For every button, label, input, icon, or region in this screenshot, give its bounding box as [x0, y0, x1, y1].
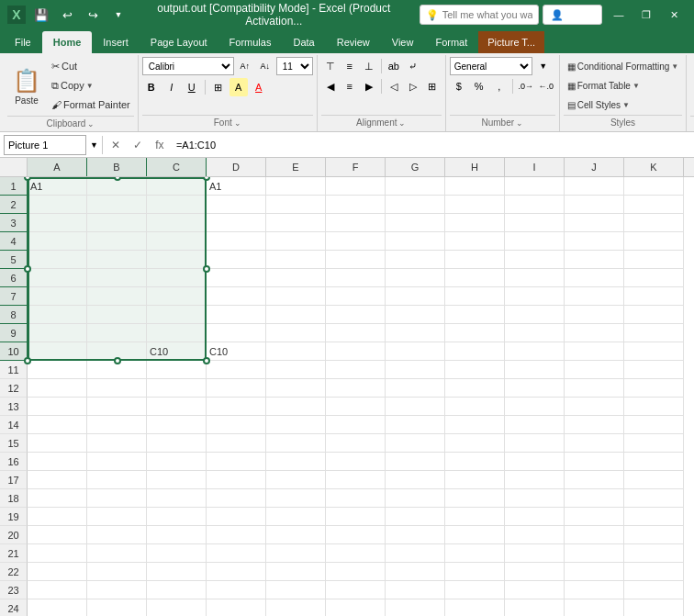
cell-I11[interactable]	[505, 361, 565, 379]
tab-format[interactable]: Format	[424, 31, 478, 53]
cell-D1[interactable]: A1	[207, 177, 266, 196]
tab-picture-tools[interactable]: Picture T...	[478, 31, 544, 53]
cell-A18[interactable]	[28, 489, 87, 508]
cell-K12[interactable]	[624, 379, 684, 398]
cell-G1[interactable]	[386, 177, 445, 196]
copy-dropdown[interactable]: ▼	[86, 82, 94, 90]
cell-D5[interactable]	[207, 251, 266, 269]
cell-J3[interactable]	[565, 214, 624, 232]
cell-D21[interactable]	[207, 544, 266, 563]
cell-I14[interactable]	[505, 416, 565, 434]
cell-K20[interactable]	[624, 526, 684, 544]
cell-D13[interactable]	[207, 398, 266, 416]
cs-dropdown-icon[interactable]: ▼	[622, 101, 630, 109]
cell-D3[interactable]	[207, 214, 266, 232]
col-header-h[interactable]: H	[445, 158, 505, 176]
restore-btn[interactable]: ❐	[633, 6, 659, 24]
cell-H24[interactable]	[445, 599, 505, 616]
cell-E11[interactable]	[266, 361, 326, 379]
cell-D24[interactable]	[207, 599, 266, 616]
cell-D4[interactable]	[207, 232, 266, 251]
font-expand-icon[interactable]: ⌄	[234, 118, 241, 128]
cell-J9[interactable]	[565, 324, 624, 342]
cell-E7[interactable]	[266, 287, 326, 306]
cell-H5[interactable]	[445, 251, 505, 269]
cell-E12[interactable]	[266, 379, 326, 398]
underline-btn[interactable]: U	[183, 78, 201, 96]
cell-B18[interactable]	[87, 489, 147, 508]
cell-H8[interactable]	[445, 306, 505, 324]
cell-F18[interactable]	[326, 489, 386, 508]
cell-E22[interactable]	[266, 563, 326, 581]
font-color-btn[interactable]: A	[250, 78, 268, 96]
cell-F24[interactable]	[326, 599, 386, 616]
cell-I16[interactable]	[505, 453, 565, 471]
cell-F14[interactable]	[326, 416, 386, 434]
cell-B24[interactable]	[87, 599, 147, 616]
insert-function-btn[interactable]: fx	[151, 136, 169, 154]
cell-C9[interactable]	[147, 324, 207, 342]
ft-dropdown-icon[interactable]: ▼	[632, 82, 640, 90]
col-header-a[interactable]: A	[28, 158, 87, 176]
cell-H20[interactable]	[445, 526, 505, 544]
cell-I5[interactable]	[505, 251, 565, 269]
cells-btn[interactable]: ⬜ Cells	[690, 57, 694, 116]
cell-D17[interactable]	[207, 471, 266, 489]
cell-H7[interactable]	[445, 287, 505, 306]
cell-J7[interactable]	[565, 287, 624, 306]
cell-C17[interactable]	[147, 471, 207, 489]
cell-H10[interactable]	[445, 342, 505, 361]
row-header-20[interactable]: 20	[0, 526, 28, 544]
number-format-select[interactable]: General	[450, 57, 532, 75]
row-header-22[interactable]: 22	[0, 563, 28, 581]
tab-data[interactable]: Data	[282, 31, 325, 53]
cell-A7[interactable]	[28, 287, 87, 306]
cell-D6[interactable]	[207, 269, 266, 287]
cell-G14[interactable]	[386, 416, 445, 434]
cell-K14[interactable]	[624, 416, 684, 434]
cell-B3[interactable]	[87, 214, 147, 232]
cell-H9[interactable]	[445, 324, 505, 342]
col-header-b[interactable]: B	[87, 158, 147, 176]
cell-D20[interactable]	[207, 526, 266, 544]
cell-B7[interactable]	[87, 287, 147, 306]
tab-review[interactable]: Review	[326, 31, 381, 53]
cell-B6[interactable]	[87, 269, 147, 287]
tab-file[interactable]: File	[4, 31, 42, 53]
cell-C19[interactable]	[147, 508, 207, 526]
cell-B22[interactable]	[87, 563, 147, 581]
cell-D10[interactable]: C10	[207, 342, 266, 361]
cell-J4[interactable]	[565, 232, 624, 251]
row-header-21[interactable]: 21	[0, 544, 28, 563]
cell-F21[interactable]	[326, 544, 386, 563]
row-header-2[interactable]: 2	[0, 196, 28, 214]
cell-H15[interactable]	[445, 434, 505, 453]
row-header-19[interactable]: 19	[0, 508, 28, 526]
cell-B14[interactable]	[87, 416, 147, 434]
cell-F6[interactable]	[326, 269, 386, 287]
cell-K22[interactable]	[624, 563, 684, 581]
cell-E18[interactable]	[266, 489, 326, 508]
cell-K23[interactable]	[624, 581, 684, 599]
cell-H19[interactable]	[445, 508, 505, 526]
cell-F7[interactable]	[326, 287, 386, 306]
cell-J14[interactable]	[565, 416, 624, 434]
cell-B13[interactable]	[87, 398, 147, 416]
cell-K16[interactable]	[624, 453, 684, 471]
cell-K15[interactable]	[624, 434, 684, 453]
increase-decimal-btn[interactable]: .0→	[517, 77, 535, 95]
number-format-dd[interactable]: ▼	[534, 57, 553, 75]
cell-D18[interactable]	[207, 489, 266, 508]
cell-D22[interactable]	[207, 563, 266, 581]
cell-B9[interactable]	[87, 324, 147, 342]
decrease-decimal-btn[interactable]: ←.0	[537, 77, 555, 95]
decrease-font-icon-btn[interactable]: A↓	[256, 57, 274, 75]
cell-B4[interactable]	[87, 232, 147, 251]
col-header-k[interactable]: K	[624, 158, 684, 176]
cell-H2[interactable]	[445, 196, 505, 214]
cell-G21[interactable]	[386, 544, 445, 563]
orient-text-btn[interactable]: ab	[385, 57, 403, 75]
cell-D15[interactable]	[207, 434, 266, 453]
name-box-dropdown-icon[interactable]: ▼	[90, 140, 98, 150]
row-header-3[interactable]: 3	[0, 214, 28, 232]
